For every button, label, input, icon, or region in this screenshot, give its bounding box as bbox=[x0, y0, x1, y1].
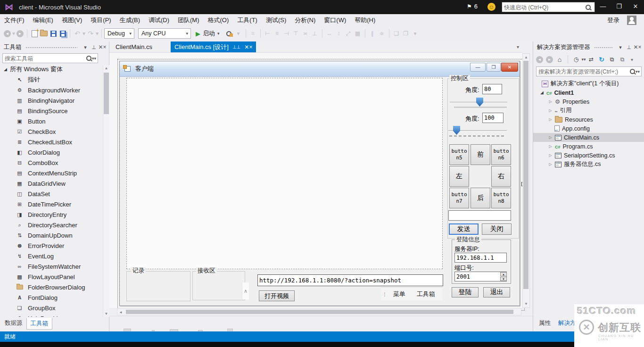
panel-drag-grip[interactable] bbox=[594, 46, 613, 49]
toolbox-item-combobox[interactable]: ComboBox bbox=[0, 157, 103, 168]
toolbox-item-errorprovider[interactable]: ErrorProvider bbox=[0, 240, 103, 251]
button8[interactable]: button8 bbox=[491, 188, 511, 208]
expander-collapsed-icon[interactable]: ▷ bbox=[548, 117, 553, 122]
properties-button[interactable] bbox=[618, 55, 627, 64]
restore-button[interactable] bbox=[611, 0, 627, 12]
toolbox-item-flowlayoutpanel[interactable]: FlowLayoutPanel bbox=[0, 272, 103, 282]
forward-button-cn[interactable]: 前 bbox=[471, 144, 490, 165]
spinner-up-icon[interactable] bbox=[500, 272, 507, 276]
align-tops-icon[interactable] bbox=[291, 29, 301, 38]
scroll-up-icon[interactable]: ▲ bbox=[103, 66, 109, 70]
make-same-size-icon[interactable] bbox=[344, 29, 353, 38]
login-button[interactable]: 登陆 bbox=[452, 287, 479, 297]
spinner-down-icon[interactable] bbox=[500, 277, 507, 281]
user-avatar-icon[interactable] bbox=[627, 16, 636, 25]
menu-window[interactable]: 窗口(W) bbox=[320, 16, 350, 25]
expander-expanded-icon[interactable]: ◢ bbox=[540, 91, 544, 95]
designer-hscrollbar[interactable]: ◄ bbox=[117, 308, 521, 315]
refresh-button[interactable] bbox=[597, 55, 606, 64]
sync-with-active-document-button[interactable] bbox=[586, 55, 596, 64]
back-button[interactable] bbox=[4, 30, 11, 37]
feedback-button[interactable] bbox=[487, 3, 495, 11]
receive-scroll-up-icon[interactable] bbox=[244, 287, 248, 299]
tree-item-clientmain-cs[interactable]: ▷ ClientMain.cs bbox=[533, 133, 644, 142]
open-file-button[interactable] bbox=[39, 29, 49, 38]
home-button[interactable] bbox=[555, 55, 564, 64]
toolbox-item-bindingnavigator[interactable]: BindingNavigator bbox=[0, 95, 103, 106]
quick-launch-input[interactable] bbox=[503, 3, 584, 12]
toolbox-item-colordialog[interactable]: ColorDialog bbox=[0, 147, 103, 157]
left-button-cn[interactable]: 左 bbox=[449, 166, 469, 187]
scroll-left-icon[interactable]: ◄ bbox=[119, 310, 123, 314]
toolbox-item-groupbox[interactable]: GroupBox bbox=[0, 303, 103, 313]
align-bottoms-icon[interactable] bbox=[310, 29, 320, 38]
solution-search-input[interactable] bbox=[537, 68, 630, 75]
exit-button[interactable]: 退出 bbox=[483, 287, 510, 297]
command-input[interactable] bbox=[448, 210, 511, 221]
menu-analyze[interactable]: 分析(N) bbox=[290, 16, 320, 25]
document-well-dropdown-icon[interactable]: ▾ bbox=[517, 44, 519, 50]
start-debug-button[interactable]: 启动 bbox=[196, 29, 220, 38]
toolbox-scrollbar[interactable]: ▲ ▼ bbox=[103, 65, 109, 317]
tab-properties[interactable]: 属性 bbox=[535, 318, 554, 329]
designed-form[interactable]: 客户端 控制区 角度: 角度: bbox=[119, 61, 520, 306]
tab-clientmain-designer[interactable]: ClientMain.cs [设计] ⊥ × bbox=[171, 41, 256, 52]
menu-edit[interactable]: 编辑(E) bbox=[29, 16, 58, 25]
find-in-files-button[interactable] bbox=[224, 29, 234, 38]
scrollbar-thumb[interactable] bbox=[126, 310, 513, 314]
expander-collapsed-icon[interactable]: ▷ bbox=[548, 153, 553, 157]
toolbox-item-fontdialog[interactable]: FontDialog bbox=[0, 292, 103, 303]
toolbar-overflow-icon[interactable] bbox=[234, 29, 243, 38]
sign-in-button[interactable]: 登录 bbox=[607, 16, 619, 25]
toolbox-item-domainupdown[interactable]: DomainUpDown bbox=[0, 230, 103, 240]
menu-build[interactable]: 生成(B) bbox=[116, 16, 144, 25]
align-middles-icon[interactable] bbox=[301, 29, 310, 38]
horizontal-spacing-icon[interactable] bbox=[368, 29, 377, 38]
undo-button[interactable] bbox=[73, 29, 82, 38]
menu-project[interactable]: 项目(P) bbox=[86, 16, 115, 25]
new-project-button[interactable] bbox=[30, 29, 39, 38]
menu-team[interactable]: 团队(M) bbox=[173, 16, 204, 25]
toolbox-item-helpprovider[interactable]: HelpProvider bbox=[0, 313, 103, 317]
pin-icon[interactable] bbox=[625, 44, 633, 50]
menu-format[interactable]: 格式(O) bbox=[204, 16, 233, 25]
toolbox-item-datagridview[interactable]: DataGridView bbox=[0, 178, 103, 189]
button7[interactable]: button7 bbox=[449, 188, 469, 208]
tab-data-sources[interactable]: 数据源 bbox=[1, 318, 26, 330]
chevron-down-icon[interactable] bbox=[616, 44, 625, 50]
chevron-down-icon[interactable]: ▾ bbox=[582, 55, 586, 64]
chevron-down-icon[interactable] bbox=[81, 44, 90, 50]
open-video-button[interactable]: 打开视频 bbox=[259, 290, 295, 301]
expander-collapsed-icon[interactable]: ▷ bbox=[548, 144, 553, 149]
right-button-cn[interactable]: 右 bbox=[491, 166, 511, 187]
chevron-down-icon[interactable] bbox=[12, 29, 16, 38]
receive-scrollbar[interactable] bbox=[242, 282, 249, 299]
toolbox-group-all-windows-forms[interactable]: ◢所有 Windows 窗体 bbox=[0, 64, 103, 74]
tree-item-resources[interactable]: ▷ Resources bbox=[533, 115, 644, 124]
scroll-down-icon[interactable]: ▼ bbox=[103, 312, 109, 316]
menu-test[interactable]: 测试(S) bbox=[262, 16, 290, 25]
close-button[interactable] bbox=[627, 0, 644, 12]
align-centers-icon[interactable] bbox=[272, 29, 282, 38]
save-button[interactable] bbox=[49, 29, 58, 38]
angle2-input[interactable] bbox=[482, 113, 504, 123]
send-to-back-icon[interactable] bbox=[401, 29, 411, 38]
toolbox-search-input[interactable] bbox=[3, 55, 86, 62]
button6[interactable]: button6 bbox=[491, 144, 511, 165]
form-toolbox-menu-item[interactable]: 工具箱 bbox=[410, 290, 442, 298]
configuration-select[interactable]: Debug bbox=[104, 28, 134, 39]
back-button-cn[interactable]: 后 bbox=[471, 188, 490, 208]
close-icon[interactable]: × bbox=[633, 44, 642, 50]
toolbox-item-directorysearcher[interactable]: DirectorySearcher bbox=[0, 220, 103, 230]
pin-icon[interactable]: ⊥ bbox=[232, 44, 240, 50]
close-connection-button[interactable]: 关闭 bbox=[482, 223, 512, 235]
back-button[interactable] bbox=[536, 56, 543, 63]
form-minimize-button[interactable] bbox=[470, 63, 486, 72]
close-icon[interactable]: × bbox=[98, 44, 107, 50]
tab-clientmain-code[interactable]: ClientMain.cs bbox=[112, 41, 156, 52]
toolbox-item-bindingsource[interactable]: BindingSource bbox=[0, 106, 103, 116]
menu-file[interactable]: 文件(F) bbox=[0, 16, 29, 25]
chevron-down-icon[interactable] bbox=[95, 29, 99, 38]
menu-help[interactable]: 帮助(H) bbox=[350, 16, 380, 25]
toolbox-item-button[interactable]: Button bbox=[0, 116, 103, 126]
